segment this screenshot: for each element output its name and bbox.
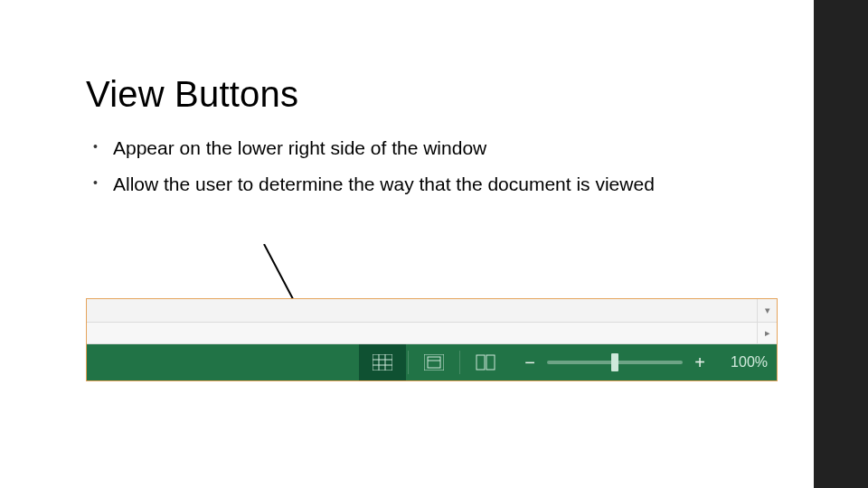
scroll-down-button[interactable]: ▾ [757, 299, 777, 322]
scroll-right-button[interactable]: ▸ [757, 323, 777, 343]
bullet-item: Appear on the lower right side of the wi… [102, 136, 773, 160]
bullet-list: Appear on the lower right side of the wi… [86, 136, 773, 197]
svg-rect-1 [373, 354, 392, 371]
svg-rect-9 [476, 355, 485, 370]
horizontal-scroll-row: ▸ [87, 323, 777, 344]
separator [408, 351, 409, 374]
zoom-controls: − + [522, 353, 708, 371]
vertical-scroll-strip: ▾ [87, 299, 777, 323]
slide-content: View Buttons Appear on the lower right s… [86, 74, 773, 210]
zoom-slider[interactable] [547, 361, 683, 364]
page-layout-view-button[interactable] [410, 344, 458, 380]
svg-rect-7 [428, 357, 440, 368]
chevron-right-icon: ▸ [765, 327, 770, 339]
zoom-slider-thumb[interactable] [611, 353, 618, 371]
slide-right-stripe [814, 0, 868, 488]
page-layout-view-icon [424, 354, 444, 371]
slide-title: View Buttons [86, 74, 773, 115]
zoom-in-button[interactable]: + [692, 353, 708, 371]
excel-statusbar-screenshot: ▾ ▸ [86, 298, 778, 381]
bullet-item: Allow the user to determine the way that… [102, 173, 773, 196]
page-break-view-button[interactable] [462, 344, 509, 380]
page-break-view-icon [476, 354, 495, 371]
svg-rect-10 [486, 355, 495, 370]
normal-view-icon [373, 354, 392, 371]
normal-view-button[interactable] [359, 344, 406, 380]
status-bar: − + 100% [87, 344, 777, 380]
zoom-out-button[interactable]: − [522, 353, 538, 371]
separator [459, 351, 460, 374]
chevron-down-icon: ▾ [765, 305, 770, 316]
zoom-percentage[interactable]: 100% [726, 354, 768, 371]
